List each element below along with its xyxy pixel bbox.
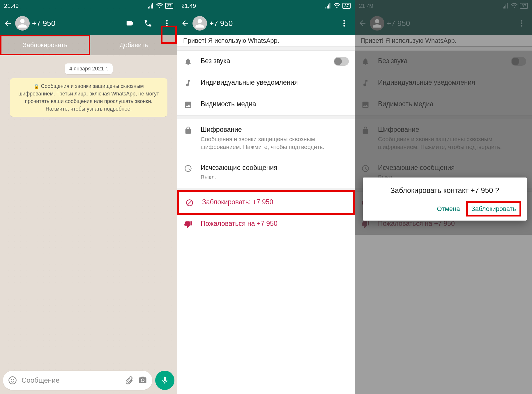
disappearing-label: Исчезающие сообщения xyxy=(201,164,349,172)
app-bar: +7 950 xyxy=(177,12,355,35)
block-action[interactable]: Заблокировать xyxy=(0,35,90,55)
custom-notifications-label: Индивидуальные уведомления xyxy=(378,79,526,86)
panel-chat: 21:49 37 +7 950 Заблокировать Добавить 4… xyxy=(0,0,177,394)
image-icon xyxy=(184,101,192,109)
dialog-confirm-button[interactable]: Заблокировать xyxy=(466,201,521,216)
divider xyxy=(177,47,355,51)
note-icon xyxy=(361,79,370,87)
media-visibility-row[interactable]: Видимость медиа xyxy=(355,94,532,115)
emoji-icon[interactable] xyxy=(8,376,17,385)
note-icon xyxy=(184,79,192,87)
avatar[interactable] xyxy=(15,16,30,31)
svg-point-7 xyxy=(343,22,345,24)
lock-icon xyxy=(361,126,370,134)
person-icon xyxy=(371,17,383,30)
add-contact-action[interactable]: Добавить xyxy=(90,35,178,55)
report-label: Пожаловаться на +7 950 xyxy=(378,220,526,228)
media-visibility-label: Видимость медиа xyxy=(378,100,526,108)
app-bar-actions xyxy=(339,17,352,30)
disappearing-label: Исчезающие сообщения xyxy=(378,164,526,172)
encryption-text: Сообщения и звонки защищены сквозным шиф… xyxy=(18,83,159,112)
message-input[interactable]: Сообщение xyxy=(3,371,152,390)
status-bar: 21:49 37 xyxy=(0,0,177,12)
wifi-icon xyxy=(511,3,517,9)
custom-notifications-label: Индивидуальные уведомления xyxy=(201,79,349,86)
block-row[interactable]: Заблокировать: +7 950 xyxy=(179,192,353,213)
avatar[interactable] xyxy=(192,16,207,31)
camera-icon[interactable] xyxy=(138,376,147,385)
app-bar-actions xyxy=(126,17,174,30)
input-placeholder: Сообщение xyxy=(22,376,120,384)
video-call-icon[interactable] xyxy=(126,19,134,28)
bell-icon xyxy=(361,58,370,66)
date-chip: 4 января 2021 г. xyxy=(65,63,113,74)
person-icon xyxy=(193,17,206,30)
encryption-row[interactable]: Шифрование Сообщения и звонки защищены с… xyxy=(177,119,355,157)
status-time: 21:49 xyxy=(4,3,19,9)
mute-row[interactable]: Без звука xyxy=(177,51,355,72)
contact-name[interactable]: +7 950 xyxy=(32,19,126,28)
about-text-partial: Привет! Я использую WhatsApp. xyxy=(177,35,355,47)
report-row[interactable]: Пожаловаться на +7 950 xyxy=(177,213,355,235)
mic-button[interactable] xyxy=(155,371,174,390)
custom-notifications-row[interactable]: Индивидуальные уведомления xyxy=(355,72,532,94)
more-options-button[interactable] xyxy=(516,17,527,30)
action-row: Заблокировать Добавить xyxy=(0,35,177,55)
status-bar: 21:49 37 xyxy=(355,0,532,12)
encryption-banner[interactable]: 🔒 Сообщения и звонки защищены сквозным ш… xyxy=(10,78,167,117)
bell-icon xyxy=(184,58,192,66)
input-bar: Сообщение xyxy=(3,371,174,390)
encryption-sub: Сообщения и звонки защищены сквозным шиф… xyxy=(378,135,526,151)
status-icons: 37 xyxy=(325,3,351,9)
panel-contact-info: 21:49 37 +7 950 Привет! Я использую What… xyxy=(177,0,355,394)
timer-icon xyxy=(361,164,370,173)
signal-icon xyxy=(502,3,509,9)
encryption-row[interactable]: Шифрование Сообщения и звонки защищены с… xyxy=(355,119,532,157)
thumb-down-icon xyxy=(184,220,192,228)
lock-icon: 🔒 xyxy=(33,84,39,89)
divider xyxy=(355,115,532,119)
dialog-actions: Отмена Заблокировать xyxy=(369,201,521,216)
svg-point-3 xyxy=(9,377,16,384)
more-options-button[interactable] xyxy=(339,17,349,30)
block-icon xyxy=(185,199,194,207)
voice-call-icon[interactable] xyxy=(144,19,152,28)
mute-row[interactable]: Без звука xyxy=(355,51,532,72)
disappearing-row[interactable]: Исчезающие сообщения Выкл. xyxy=(177,157,355,188)
block-label: Заблокировать: +7 950 xyxy=(202,198,347,206)
back-button[interactable] xyxy=(180,19,190,28)
contact-name[interactable]: +7 950 xyxy=(387,19,516,28)
app-bar: +7 950 xyxy=(355,12,532,35)
back-arrow-icon xyxy=(181,19,190,28)
more-options-button[interactable] xyxy=(162,17,172,30)
svg-point-4 xyxy=(11,379,12,380)
attach-icon[interactable] xyxy=(125,376,134,385)
more-vert-icon xyxy=(340,19,349,28)
back-button[interactable] xyxy=(358,19,367,28)
more-vert-icon xyxy=(517,19,526,28)
signal-icon xyxy=(325,3,331,9)
battery-icon: 37 xyxy=(165,3,173,9)
svg-point-0 xyxy=(166,20,168,22)
divider xyxy=(177,115,355,119)
svg-point-8 xyxy=(343,25,345,27)
custom-notifications-row[interactable]: Индивидуальные уведомления xyxy=(177,72,355,94)
signal-icon xyxy=(148,3,154,9)
back-button[interactable] xyxy=(3,19,13,28)
avatar[interactable] xyxy=(370,16,384,31)
highlight-block-row: Заблокировать: +7 950 xyxy=(177,190,355,215)
dialog-cancel-button[interactable]: Отмена xyxy=(432,202,464,216)
media-visibility-row[interactable]: Видимость медиа xyxy=(177,94,355,115)
wifi-icon xyxy=(334,3,340,9)
app-bar-actions xyxy=(516,17,529,30)
thumb-down-icon xyxy=(361,220,370,228)
image-icon xyxy=(361,101,370,109)
mute-toggle[interactable] xyxy=(334,57,349,66)
status-bar: 21:49 37 xyxy=(177,0,355,12)
encryption-sub: Сообщения и звонки защищены сквозным шиф… xyxy=(201,135,349,151)
about-text-partial: Привет! Я использую WhatsApp. xyxy=(355,35,532,47)
mute-toggle[interactable] xyxy=(511,57,526,66)
person-icon xyxy=(16,17,29,30)
contact-name[interactable]: +7 950 xyxy=(209,19,339,28)
app-bar: +7 950 xyxy=(0,12,177,35)
